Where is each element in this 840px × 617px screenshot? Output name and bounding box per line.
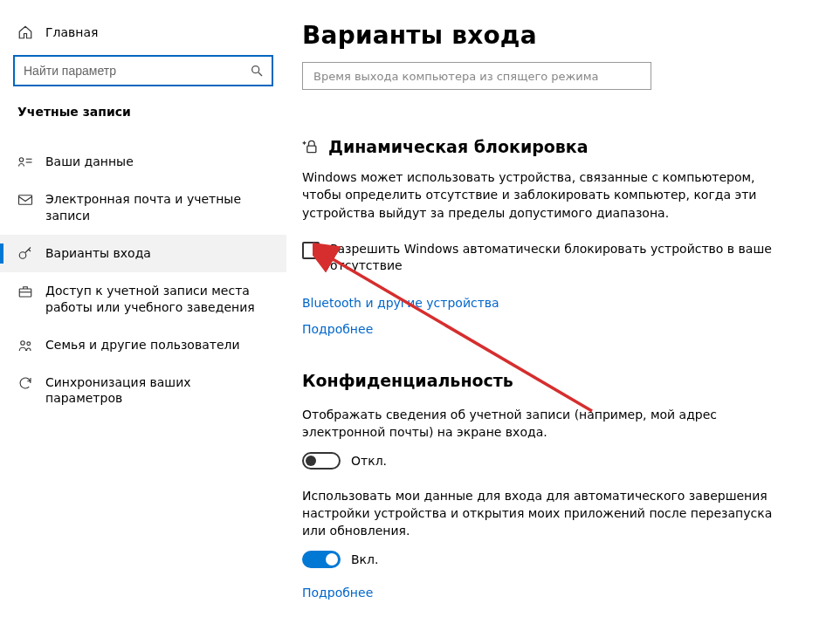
svg-point-10 bbox=[27, 341, 31, 345]
home-icon bbox=[17, 24, 33, 40]
privacy-toggle-2-label: Вкл. bbox=[351, 552, 378, 566]
sync-icon bbox=[17, 375, 33, 391]
dynamic-lock-checkbox-label: Разрешить Windows автоматически блокиров… bbox=[330, 241, 774, 275]
dynamic-lock-heading: Динамическая блокировка bbox=[302, 137, 805, 156]
section-title: Учетные записи bbox=[0, 105, 286, 131]
nav-item-label: Варианты входа bbox=[45, 245, 271, 262]
dynamic-lock-checkbox-row: Разрешить Windows автоматически блокиров… bbox=[302, 241, 774, 275]
person-card-icon bbox=[17, 154, 33, 170]
svg-point-9 bbox=[21, 340, 25, 345]
home-link[interactable]: Главная bbox=[0, 24, 286, 56]
nav-item-label: Синхронизация ваших параметров bbox=[45, 374, 271, 408]
link-bluetooth-devices[interactable]: Bluetooth и другие устройства bbox=[302, 296, 499, 310]
home-label: Главная bbox=[45, 25, 98, 39]
dropdown-screen-timeout[interactable]: Время выхода компьютера из спящего режим… bbox=[302, 62, 651, 90]
dynamic-lock-checkbox[interactable] bbox=[302, 242, 320, 259]
nav-item-email[interactable]: Электронная почта и учетные записи bbox=[0, 181, 286, 235]
privacy-text-1: Отображать сведения об учетной записи (н… bbox=[302, 406, 774, 442]
key-icon bbox=[17, 246, 33, 262]
nav-item-label: Ваши данные bbox=[45, 154, 271, 170]
dynamic-lock-heading-text: Динамическая блокировка bbox=[328, 137, 589, 156]
svg-point-0 bbox=[252, 66, 259, 73]
dynamic-lock-description: Windows может использовать устройства, с… bbox=[302, 168, 774, 222]
privacy-toggle-1-label: Откл. bbox=[351, 454, 387, 468]
nav-item-label: Электронная почта и учетные записи bbox=[45, 191, 271, 224]
search-icon bbox=[250, 64, 264, 78]
svg-line-1 bbox=[258, 72, 262, 76]
nav-item-label: Доступ к учетной записи места работы или… bbox=[45, 283, 271, 316]
privacy-text-2: Использовать мои данные для входа для ав… bbox=[302, 487, 774, 540]
briefcase-icon bbox=[17, 284, 33, 299]
sidebar: Главная Учетные записи Ваши данные bbox=[0, 0, 286, 617]
nav-item-work-access[interactable]: Доступ к учетной записи места работы или… bbox=[0, 272, 286, 326]
svg-point-2 bbox=[19, 158, 24, 162]
search-input[interactable] bbox=[14, 56, 272, 86]
nav-item-label: Семья и другие пользователи bbox=[45, 337, 271, 353]
nav-item-your-info[interactable]: Ваши данные bbox=[0, 143, 286, 181]
main-content: Варианты входа Время выхода компьютера и… bbox=[286, 0, 840, 617]
privacy-toggle-auto-finish[interactable] bbox=[302, 551, 341, 568]
dropdown-label: Время выхода компьютера из спящего режим… bbox=[313, 70, 599, 83]
page-title: Варианты входа bbox=[302, 21, 805, 50]
privacy-heading: Конфиденциальность bbox=[302, 371, 805, 390]
nav-item-family[interactable]: Семья и другие пользователи bbox=[0, 326, 286, 364]
mail-icon bbox=[17, 192, 33, 208]
lock-sparkle-icon bbox=[302, 138, 320, 155]
search-box bbox=[14, 56, 272, 86]
nav-item-signin-options[interactable]: Варианты входа bbox=[0, 235, 286, 272]
nav-list: Ваши данные Электронная почта и учетные … bbox=[0, 131, 286, 417]
privacy-toggle-account-info[interactable] bbox=[302, 452, 341, 470]
svg-rect-5 bbox=[19, 195, 32, 205]
svg-rect-11 bbox=[307, 146, 316, 153]
link-learn-more-privacy[interactable]: Подробнее bbox=[302, 586, 373, 600]
link-learn-more-dynamic-lock[interactable]: Подробнее bbox=[302, 322, 373, 336]
people-icon bbox=[17, 338, 33, 353]
nav-item-sync[interactable]: Синхронизация ваших параметров bbox=[0, 364, 286, 418]
svg-rect-7 bbox=[19, 289, 31, 297]
svg-point-6 bbox=[19, 252, 26, 259]
